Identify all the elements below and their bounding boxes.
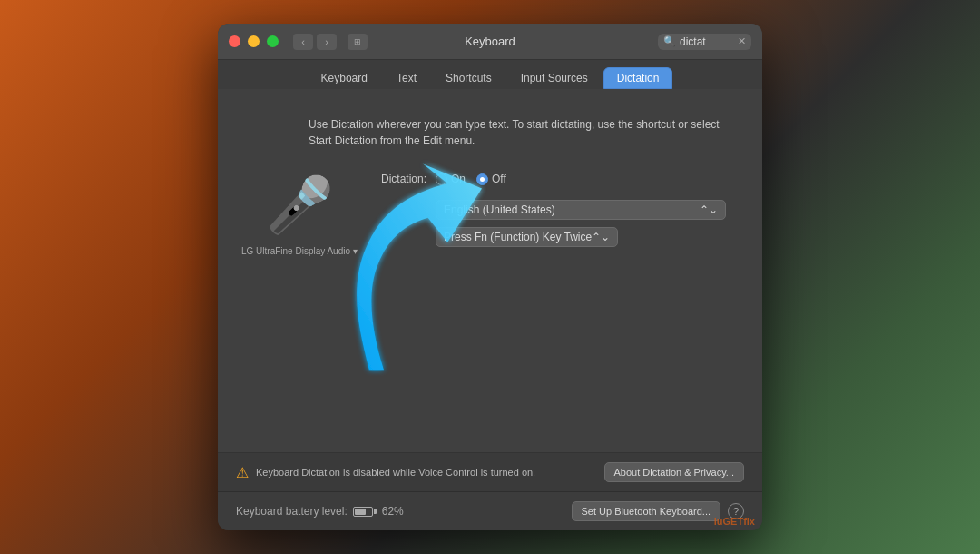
warning-icon: ⚠ [236, 464, 249, 481]
maximize-button[interactable] [267, 35, 279, 47]
radio-on[interactable]: On [436, 173, 466, 185]
battery-icon [353, 507, 377, 517]
close-button[interactable] [229, 35, 240, 47]
shortcut-dropdown[interactable]: Press Fn (Function) Key Twice ⌃⌄ [436, 227, 618, 247]
radio-on-circle[interactable] [436, 173, 447, 185]
grid-button[interactable]: ⊞ [348, 34, 368, 50]
left-panel: 🎤 LG UltraFine Display Audio ▾ [254, 163, 345, 262]
battery-body [353, 507, 373, 517]
shortcut-dropdown-arrow: ⌃⌄ [592, 231, 610, 243]
search-input[interactable] [680, 35, 734, 48]
about-dictation-button[interactable]: About Dictation & Privacy... [604, 462, 744, 482]
battery-info: Keyboard battery level: 62% [236, 505, 404, 518]
tab-input-sources[interactable]: Input Sources [507, 67, 602, 89]
dictation-toggle-row: Dictation: On Off [363, 173, 726, 185]
watermark: iuGETfix [714, 516, 755, 527]
shortcut-row: Press Fn (Function) Key Twice ⌃⌄ [436, 227, 726, 254]
device-selector[interactable]: LG UltraFine Display Audio ▾ [241, 246, 358, 256]
warning-bar: ⚠ Keyboard Dictation is disabled while V… [218, 452, 762, 491]
battery-label: Keyboard battery level: [236, 505, 348, 518]
dictation-field-label: Dictation: [363, 173, 426, 185]
battery-fill [355, 509, 366, 515]
content-area: Use Dictation wherever you can type text… [218, 89, 762, 452]
search-box: 🔍 ✕ [658, 34, 751, 50]
footer: Keyboard battery level: 62% Set Up Bluet… [218, 491, 762, 530]
tab-text[interactable]: Text [383, 67, 430, 89]
battery-tip [374, 509, 377, 514]
tab-dictation[interactable]: Dictation [603, 67, 673, 89]
search-clear-button[interactable]: ✕ [738, 35, 746, 47]
minimize-button[interactable] [248, 35, 260, 47]
language-dropdown[interactable]: English (United States) ⌃⌄ [436, 200, 726, 220]
microphone-icon: 🎤 [266, 173, 334, 237]
warning-text: Keyboard Dictation is disabled while Voi… [256, 467, 597, 478]
tab-shortcuts[interactable]: Shortcuts [432, 67, 505, 89]
radio-off-circle[interactable] [476, 173, 488, 185]
bluetooth-keyboard-button[interactable]: Set Up Bluetooth Keyboard... [572, 501, 720, 521]
forward-button[interactable]: › [317, 34, 337, 50]
battery-percent: 62% [382, 505, 404, 518]
tabs-bar: Keyboard Text Shortcuts Input Sources Di… [218, 60, 762, 89]
search-icon: 🔍 [663, 35, 676, 47]
right-panel: Dictation: On Off [363, 163, 726, 262]
window-title: Keyboard [465, 35, 515, 48]
tab-keyboard[interactable]: Keyboard [308, 67, 381, 89]
language-dropdown-arrow: ⌃⌄ [700, 203, 718, 216]
description-text: Use Dictation wherever you can type text… [236, 107, 744, 163]
back-button[interactable]: ‹ [293, 34, 313, 50]
titlebar: ‹ › ⊞ Keyboard 🔍 ✕ [218, 24, 762, 60]
dictation-radio-group: On Off [436, 173, 506, 185]
main-area: 🎤 LG UltraFine Display Audio ▾ Dictation… [236, 163, 744, 262]
radio-off[interactable]: Off [476, 173, 506, 185]
